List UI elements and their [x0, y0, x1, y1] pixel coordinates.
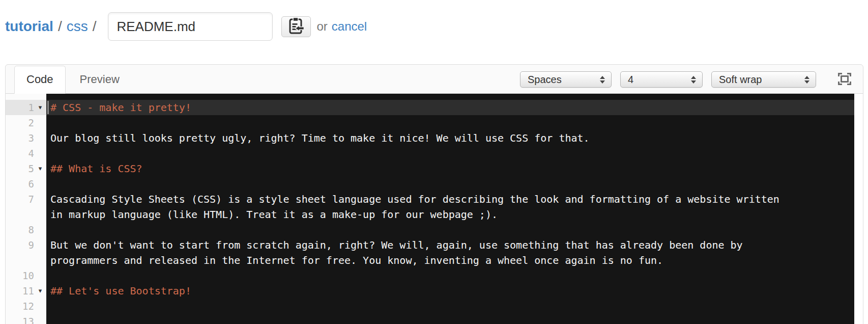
line-number: 11 — [6, 283, 34, 299]
code-line-row[interactable]: 2 — [6, 115, 863, 130]
editor-tab-bar: Code Preview Spaces 4 Soft wrap — [6, 65, 863, 94]
fold-arrow-icon[interactable]: ▾ — [34, 283, 46, 299]
line-gutter-cell: 4 — [6, 146, 46, 161]
fold-arrow-icon[interactable]: ▾ — [34, 100, 46, 115]
line-text — [46, 314, 854, 324]
code-line-row[interactable]: 8 — [6, 222, 863, 237]
code-line-row[interactable]: 7 Cascading Style Sheets (CSS) is a styl… — [6, 192, 863, 222]
breadcrumb-separator: / — [93, 18, 97, 35]
line-text: # CSS - make it pretty! — [46, 100, 854, 115]
code-line-row[interactable]: 13 — [6, 314, 863, 324]
line-text — [46, 299, 854, 314]
line-code-cell[interactable] — [46, 146, 854, 161]
code-line-row[interactable]: 1 ▾ # CSS - make it pretty! — [6, 100, 863, 115]
line-code-cell[interactable] — [46, 222, 854, 237]
breadcrumb-repo-link[interactable]: tutorial — [5, 18, 53, 35]
line-text — [46, 176, 854, 192]
line-gutter-cell: 5 ▾ — [6, 161, 46, 176]
line-number: 8 — [6, 222, 34, 237]
code-line-row[interactable]: 4 — [6, 146, 863, 161]
code-line-row[interactable]: 3 Our blog still looks pretty ugly, righ… — [6, 130, 863, 146]
line-gutter-cell: 2 — [6, 115, 46, 130]
code-line-row[interactable]: 10 — [6, 268, 863, 283]
cancel-link[interactable]: cancel — [332, 19, 367, 34]
line-number: 12 — [6, 299, 34, 314]
line-gutter-cell: 11 ▾ — [6, 283, 46, 299]
line-code-cell[interactable] — [46, 299, 854, 314]
fold-arrow-icon[interactable]: ▾ — [34, 161, 46, 176]
line-number: 3 — [6, 130, 34, 146]
line-gutter-cell: 3 — [6, 130, 46, 146]
line-number: 9 — [6, 237, 34, 253]
editor-toolbar: Spaces 4 Soft wrap — [511, 71, 852, 88]
line-text: ## What is CSS? — [46, 161, 854, 176]
line-code-cell[interactable] — [46, 314, 854, 324]
code-line-row[interactable]: 5 ▾ ## What is CSS? — [6, 161, 863, 176]
line-number: 4 — [6, 146, 34, 161]
line-number: 6 — [6, 176, 34, 192]
line-code-cell[interactable]: ## What is CSS? — [46, 161, 854, 176]
line-gutter-cell: 13 — [6, 314, 46, 324]
line-text: But we don't want to start from scratch … — [46, 237, 854, 268]
line-text: Cascading Style Sheets (CSS) is a style … — [46, 192, 854, 222]
text-cursor — [47, 101, 49, 114]
line-code-cell[interactable] — [46, 115, 854, 130]
fullscreen-button[interactable] — [837, 72, 852, 87]
line-code-cell[interactable]: But we don't want to start from scratch … — [46, 237, 854, 268]
code-line-row[interactable]: 11 ▾ ## Let's use Bootstrap! — [6, 283, 863, 299]
line-code-cell[interactable]: Our blog still looks pretty ugly, right?… — [46, 130, 854, 146]
line-text — [46, 268, 854, 283]
line-text: Our blog still looks pretty ugly, right?… — [46, 130, 854, 146]
line-gutter-cell: 10 — [6, 268, 46, 283]
indent-mode-select[interactable]: Spaces — [520, 71, 612, 88]
line-code-cell[interactable]: ## Let's use Bootstrap! — [46, 283, 854, 299]
line-gutter-cell: 12 — [6, 299, 46, 314]
line-number: 5 — [6, 161, 34, 176]
or-text: or — [316, 19, 327, 34]
line-code-cell[interactable]: # CSS - make it pretty! — [46, 100, 854, 115]
select-stepper-icon — [804, 76, 809, 84]
line-gutter-cell: 8 — [6, 222, 46, 237]
line-gutter-cell: 7 — [6, 192, 46, 222]
breadcrumb-folder-link[interactable]: css — [67, 18, 88, 35]
line-number: 2 — [6, 115, 34, 130]
editor-lines: 1 ▾ # CSS - make it pretty! 2 3 Our blog… — [6, 94, 863, 324]
line-gutter-cell: 9 — [6, 237, 46, 268]
line-text — [46, 222, 854, 237]
copy-path-button[interactable] — [281, 16, 311, 37]
line-number: 7 — [6, 192, 34, 207]
code-line-row[interactable]: 6 — [6, 176, 863, 192]
file-editor-panel: Code Preview Spaces 4 Soft wrap — [5, 64, 863, 324]
clipboard-arrow-icon — [288, 17, 304, 36]
screen-full-icon — [837, 72, 852, 87]
line-text — [46, 115, 854, 130]
tab-code[interactable]: Code — [14, 66, 66, 94]
line-number: 13 — [6, 314, 34, 324]
line-number: 10 — [6, 268, 34, 283]
file-path-header: tutorial / css / or cancel — [5, 11, 863, 42]
line-code-cell[interactable] — [46, 176, 854, 192]
line-gutter-cell: 6 — [6, 176, 46, 192]
select-stepper-icon — [691, 76, 696, 84]
filename-input[interactable] — [108, 12, 273, 41]
code-line-row[interactable]: 12 — [6, 299, 863, 314]
breadcrumb-separator: / — [58, 18, 62, 35]
code-line-row[interactable]: 9 But we don't want to start from scratc… — [6, 237, 863, 268]
line-code-cell[interactable]: Cascading Style Sheets (CSS) is a style … — [46, 192, 854, 222]
wrap-mode-select[interactable]: Soft wrap — [711, 71, 816, 88]
line-gutter-cell: 1 ▾ — [6, 100, 46, 115]
line-number: 1 — [6, 100, 34, 115]
tab-preview[interactable]: Preview — [68, 66, 131, 93]
code-editor[interactable]: 1 ▾ # CSS - make it pretty! 2 3 Our blog… — [6, 94, 863, 324]
select-stepper-icon — [600, 76, 605, 84]
line-text: ## Let's use Bootstrap! — [46, 283, 854, 299]
line-code-cell[interactable] — [46, 268, 854, 283]
line-text — [46, 146, 854, 161]
indent-width-select[interactable]: 4 — [620, 71, 703, 88]
